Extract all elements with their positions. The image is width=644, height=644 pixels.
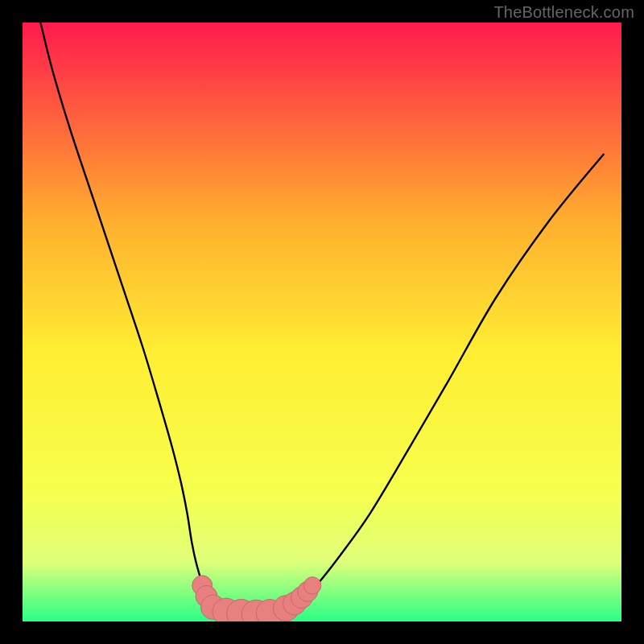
- data-marker: [303, 577, 320, 594]
- watermark-text: TheBottleneck.com: [493, 3, 634, 22]
- chart-stage: TheBottleneck.com: [0, 0, 644, 644]
- bottleneck-chart: [0, 0, 644, 644]
- plot-background: [23, 23, 621, 621]
